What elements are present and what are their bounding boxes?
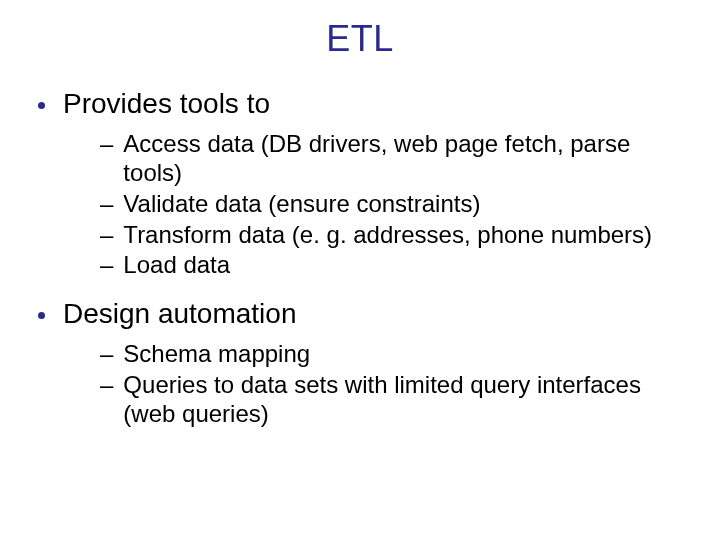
bullet-text: Design automation [63, 298, 296, 330]
bullet-level2: – Load data [100, 251, 690, 280]
bullet-dot-icon [38, 312, 45, 319]
bullet-text: Provides tools to [63, 88, 270, 120]
bullet-dash-icon: – [100, 251, 113, 280]
bullet-level2: – Transform data (e. g. addresses, phone… [100, 221, 690, 250]
bullet-level1: Provides tools to [38, 88, 690, 120]
bullet-text: Validate data (ensure constraints) [123, 190, 660, 219]
bullet-text: Transform data (e. g. addresses, phone n… [123, 221, 660, 250]
sub-list: – Access data (DB drivers, web page fetc… [38, 130, 690, 280]
bullet-text: Access data (DB drivers, web page fetch,… [123, 130, 660, 188]
bullet-level2: – Validate data (ensure constraints) [100, 190, 690, 219]
bullet-level2: – Queries to data sets with limited quer… [100, 371, 690, 429]
bullet-dash-icon: – [100, 221, 113, 250]
bullet-dash-icon: – [100, 340, 113, 369]
bullet-dash-icon: – [100, 130, 113, 159]
bullet-dash-icon: – [100, 371, 113, 400]
bullet-text: Queries to data sets with limited query … [123, 371, 660, 429]
sub-list: – Schema mapping – Queries to data sets … [38, 340, 690, 428]
bullet-dash-icon: – [100, 190, 113, 219]
slide-title: ETL [0, 18, 720, 60]
slide-content: Provides tools to – Access data (DB driv… [0, 88, 720, 429]
bullet-text: Load data [123, 251, 660, 280]
bullet-level1: Design automation [38, 298, 690, 330]
bullet-level2: – Access data (DB drivers, web page fetc… [100, 130, 690, 188]
bullet-dot-icon [38, 102, 45, 109]
bullet-level2: – Schema mapping [100, 340, 690, 369]
bullet-text: Schema mapping [123, 340, 660, 369]
